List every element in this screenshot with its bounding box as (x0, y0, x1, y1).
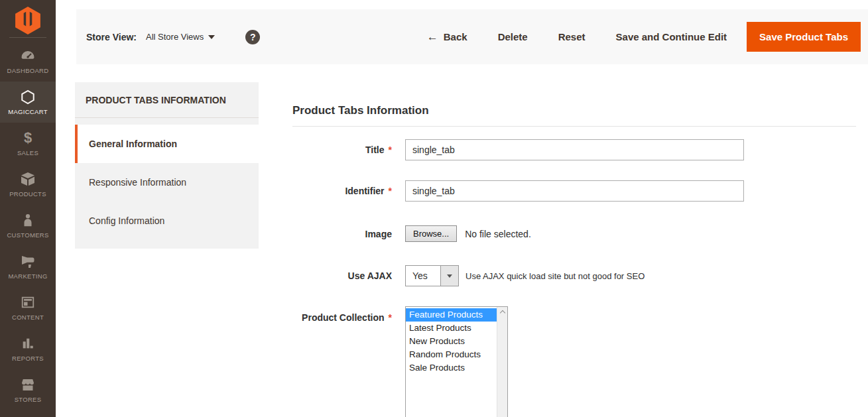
magento-logo-icon (14, 5, 42, 36)
dashboard-icon (20, 48, 36, 64)
sidebar-item-reports[interactable]: REPORTS (0, 328, 56, 369)
sales-icon: $ (24, 130, 32, 146)
file-status-text: No file selected. (465, 229, 531, 239)
store-view-label: Store View: (86, 32, 137, 42)
stores-icon (20, 377, 36, 392)
admin-sidebar: DASHBOARD MAGICCART $ SALES PRODUCTS (0, 0, 56, 417)
sidebar-divider (9, 37, 46, 38)
sidebar-menu: DASHBOARD MAGICCART $ SALES PRODUCTS (0, 40, 56, 410)
help-icon[interactable]: ? (245, 30, 260, 44)
sidebar-item-products[interactable]: PRODUCTS (0, 164, 56, 205)
listbox-option-sale-products[interactable]: Sale Products (406, 361, 497, 375)
identifier-input[interactable] (405, 180, 744, 202)
select-arrow-icon (440, 266, 458, 286)
sidebar-item-magiccart[interactable]: MAGICCART (0, 82, 56, 123)
delete-button[interactable]: Delete (498, 31, 528, 42)
listbox-option-featured-products[interactable]: Featured Products (406, 308, 497, 322)
back-button[interactable]: ← Back (427, 31, 467, 42)
sidebar-item-customers[interactable]: CUSTOMERS (0, 205, 56, 246)
sidebar-item-sales[interactable]: $ SALES (0, 123, 56, 164)
use-ajax-selected-value: Yes (406, 266, 440, 286)
product-collection-label: Product Collection* (292, 312, 392, 323)
field-row-use-ajax: Use AJAX Yes Use AJAX quick load site bu… (292, 265, 856, 286)
title-input[interactable] (405, 139, 744, 160)
sidebar-item-content[interactable]: CONTENT (0, 287, 56, 328)
title-label: Title* (292, 145, 392, 155)
content-icon (21, 294, 35, 310)
tab-responsive-information[interactable]: Responsive Information (75, 163, 259, 202)
reports-icon (21, 335, 35, 351)
chevron-down-icon (208, 35, 215, 39)
sidebar-item-dashboard[interactable]: DASHBOARD (0, 40, 56, 82)
back-arrow-icon: ← (427, 32, 438, 42)
toolbar-actions: ← Back Delete Reset Save and Continue Ed… (427, 22, 861, 52)
marketing-icon (20, 253, 36, 269)
required-asterisk: * (389, 145, 392, 155)
save-product-tabs-button[interactable]: Save Product Tabs (747, 22, 861, 52)
use-ajax-select[interactable]: Yes (405, 265, 459, 286)
listbox-option-new-products[interactable]: New Products (406, 335, 497, 348)
tabs-panel-spacer (75, 118, 259, 125)
page-toolbar: Store View: All Store Views ? ← Back Del… (76, 9, 868, 64)
listbox-option-latest-products[interactable]: Latest Products (406, 322, 497, 335)
form-divider (292, 126, 856, 127)
magento-logo[interactable] (0, 0, 56, 37)
scroll-up-icon[interactable] (497, 307, 507, 318)
product-collection-listbox: Featured Products Latest Products New Pr… (405, 306, 508, 417)
field-row-identifier: Identifier* (292, 180, 856, 202)
store-view-switcher[interactable]: Store View: All Store Views (86, 32, 215, 42)
required-asterisk: * (389, 312, 392, 323)
browse-button[interactable]: Browse... (405, 225, 457, 242)
page-title: Product Tabs Information (292, 104, 856, 117)
tab-general-information[interactable]: General Information (75, 125, 259, 163)
use-ajax-label: Use AJAX (292, 270, 392, 281)
sidebar-item-marketing[interactable]: MARKETING (0, 246, 56, 287)
magiccart-icon (21, 89, 35, 105)
image-label: Image (292, 229, 392, 239)
identifier-label: Identifier* (292, 186, 392, 196)
field-row-product-collection: Product Collection* Featured Products La… (292, 306, 856, 417)
field-row-image: Image Browse... No file selected. (292, 225, 856, 242)
save-and-continue-button[interactable]: Save and Continue Edit (616, 31, 727, 42)
store-view-value: All Store Views (146, 32, 204, 42)
product-tabs-panel: PRODUCT TABS INFORMATION General Informa… (75, 82, 259, 249)
tab-config-information[interactable]: Config Information (75, 202, 259, 240)
tabs-panel-header: PRODUCT TABS INFORMATION (75, 82, 259, 118)
field-row-title: Title* (292, 139, 856, 160)
reset-button[interactable]: Reset (558, 31, 586, 42)
listbox-scrollbar[interactable] (497, 307, 507, 417)
product-tabs-form: Product Tabs Information Title* Identifi… (292, 104, 856, 417)
back-button-label: Back (444, 31, 467, 42)
products-icon (20, 171, 36, 187)
sidebar-item-stores[interactable]: STORES (0, 369, 56, 410)
listbox-option-random-products[interactable]: Random Products (406, 348, 497, 361)
use-ajax-note: Use AJAX quick load site but not good fo… (465, 271, 645, 281)
customers-icon (21, 212, 35, 228)
required-asterisk: * (389, 186, 392, 196)
